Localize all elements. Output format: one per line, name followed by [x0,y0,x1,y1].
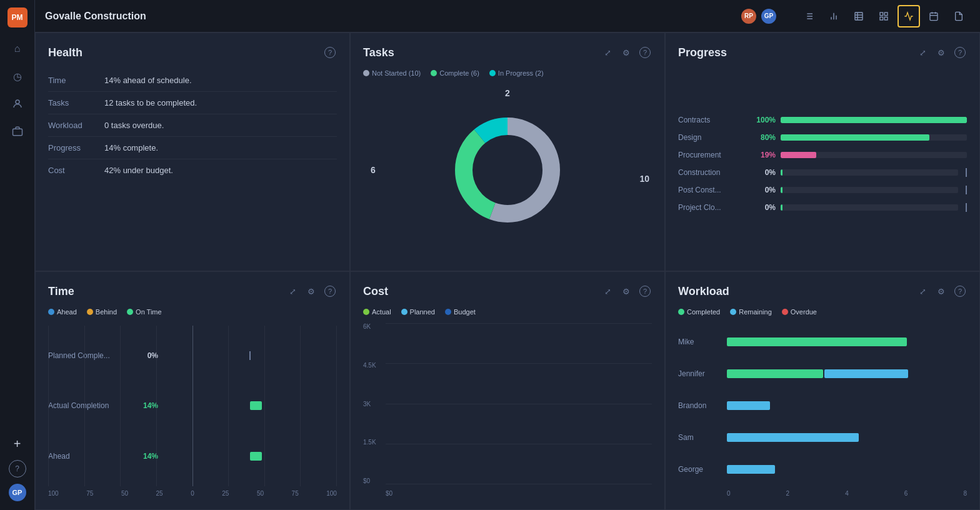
progress-help-icon[interactable]: ? [953,46,967,59]
tool-wave[interactable] [898,5,920,28]
progress-expand-icon[interactable]: ⤢ [916,46,929,59]
cost-help-icon[interactable]: ? [638,284,652,298]
cost-y-labels: $0 1.5K 3K 4.5K 6K [363,323,384,484]
workload-help-icon[interactable]: ? [953,284,967,298]
time-bar-ahead-fill [250,452,262,461]
sidebar-item-users[interactable] [6,92,29,115]
page-title: Govalle Construction [45,11,146,22]
workload-title: Workload [678,285,916,298]
cost-expand-icon[interactable]: ⤢ [601,284,614,298]
tasks-expand-icon[interactable]: ⤢ [601,46,614,59]
workload-x-axis: 0 2 4 6 8 [678,485,967,497]
health-label-time: Time [48,69,104,92]
wl-label-sam: Sam [678,433,722,442]
wl-row-sam: Sam [678,433,967,442]
time-settings-icon[interactable]: ⚙ [304,284,318,298]
topbar: Govalle Construction RP GP [35,0,980,32]
wl-bar-brandon [727,401,967,410]
wl-bar-jennifer-remaining [824,369,908,378]
tool-grid[interactable] [872,5,895,28]
tasks-help-icon[interactable]: ? [638,46,652,59]
health-header: Health ? [48,46,337,59]
svg-rect-19 [930,12,938,20]
time-actions: ⤢ ⚙ ? [286,284,337,298]
health-label-workload: Workload [48,114,104,137]
time-row-actual: Actual Completion 14% [48,401,337,410]
avatar-rp[interactable]: RP [740,8,758,25]
progress-settings-icon[interactable]: ⚙ [934,46,948,59]
workload-header: Workload ⤢ ⚙ ? [678,284,967,298]
svg-rect-1 [12,129,22,136]
time-legend: Ahead Behind On Time [48,308,337,316]
tasks-settings-icon[interactable]: ⚙ [619,46,633,59]
sidebar-item-home[interactable]: ⌂ [6,38,29,60]
cost-legend-actual: Actual [363,308,391,316]
app-logo[interactable]: PM [8,8,28,28]
progress-panel: Progress ⤢ ⚙ ? Contracts 100% [665,32,980,271]
cost-x-label: $0 [386,490,392,497]
wl-row-jennifer: Jennifer [678,369,967,378]
progress-tick-construction [966,168,967,177]
sidebar-item-help[interactable]: ? [9,460,26,478]
user-avatar[interactable]: GP [8,482,28,502]
progress-pct-design: 80% [752,133,776,142]
workload-rows: Mike Jennifer [678,326,967,485]
cost-legend-planned: Planned [401,308,435,316]
workload-settings-icon[interactable]: ⚙ [934,284,948,298]
workload-expand-icon[interactable]: ⤢ [916,284,929,298]
cost-actions: ⤢ ⚙ ? [601,284,652,298]
progress-row-project-clo: Project Clo... 0% [678,203,967,212]
progress-pct-procurement: 19% [752,151,776,159]
progress-label-post-const: Post Const... [678,186,747,194]
avatar-gp[interactable]: GP [760,8,778,25]
wl-bar-mike [727,338,967,346]
donut-label-right: 10 [639,174,649,184]
health-row-workload: Workload 0 tasks overdue. [48,114,337,137]
cost-title: Cost [363,285,601,298]
sidebar-item-add[interactable]: + [6,432,29,455]
time-expand-icon[interactable]: ⤢ [286,284,299,298]
tasks-donut-container: 2 6 10 [363,82,652,258]
cost-bars [386,323,652,484]
cost-panel: Cost ⤢ ⚙ ? Actual Planned [350,271,665,510]
time-x-axis: 100 75 50 25 0 25 50 75 100 [48,486,337,497]
workload-actions: ⤢ ⚙ ? [916,284,967,298]
time-bar-planned [163,351,337,360]
wl-row-brandon: Brandon [678,401,967,410]
wl-bar-george [727,465,967,474]
time-help-icon[interactable]: ? [323,284,337,298]
sidebar-item-portfolio[interactable] [6,120,29,142]
wl-bar-george-remaining [727,465,775,474]
svg-rect-15 [880,12,883,16]
progress-label-construction: Construction [678,168,747,177]
cost-settings-icon[interactable]: ⚙ [619,284,633,298]
tasks-header: Tasks ⤢ ⚙ ? [363,46,652,59]
tasks-legend: Not Started (10) Complete (6) In Progres… [363,69,652,77]
progress-title: Progress [678,46,916,59]
legend-in-progress: In Progress (2) [489,69,544,77]
tool-list[interactable] [798,5,820,28]
time-row-ahead: Ahead 14% [48,452,337,461]
progress-label-contracts: Contracts [678,116,747,124]
donut-label-left: 6 [371,165,376,175]
tool-chart[interactable] [822,5,845,28]
progress-pct-project-clo: 0% [752,203,776,212]
tool-calendar[interactable] [922,5,945,28]
health-help-icon[interactable]: ? [323,46,337,59]
progress-header: Progress ⤢ ⚙ ? [678,46,967,59]
tool-doc[interactable] [948,5,970,28]
wl-legend-completed: Completed [678,308,720,316]
progress-bar-design [781,134,967,141]
health-actions: ? [323,46,337,59]
time-header: Time ⤢ ⚙ ? [48,284,337,298]
sidebar-item-history[interactable]: ◷ [6,65,29,88]
svg-rect-17 [880,17,883,20]
tool-table[interactable] [848,5,870,28]
progress-actions: ⤢ ⚙ ? [916,46,967,59]
sidebar: PM ⌂ ◷ + ? GP [0,0,35,510]
progress-bar-project-clo [781,204,958,211]
cost-legend-budget: Budget [445,308,476,316]
time-label-planned: Planned Comple... [48,351,129,360]
health-panel: Health ? Time 14% ahead of schedule. Tas… [35,32,350,271]
svg-rect-16 [884,12,888,16]
